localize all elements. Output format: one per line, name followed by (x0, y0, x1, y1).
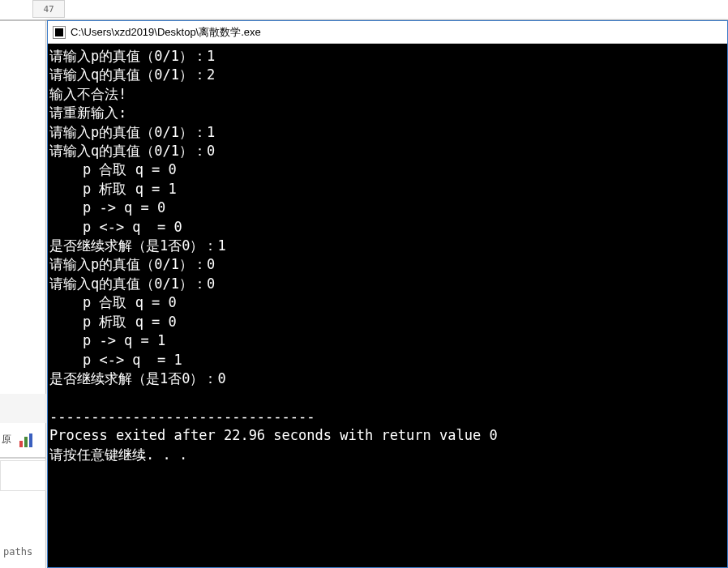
ide-sidebar-box (0, 460, 46, 491)
svg-rect-2 (29, 433, 32, 447)
ide-line-number: 47 (32, 0, 65, 18)
svg-rect-1 (24, 437, 28, 447)
window-title: C:\Users\xzd2019\Desktop\离散数学.exe (71, 25, 261, 40)
ide-sidebar-label-paths: paths (3, 546, 32, 557)
svg-rect-0 (19, 441, 23, 447)
console-window: C:\Users\xzd2019\Desktop\离散数学.exe 请输入p的真… (47, 20, 728, 568)
ide-sidebar-pane-top (0, 394, 46, 423)
ide-sidebar-label-resource: 原 (2, 433, 11, 446)
bar-chart-icon[interactable] (18, 433, 36, 451)
window-titlebar[interactable]: C:\Users\xzd2019\Desktop\离散数学.exe (48, 21, 727, 44)
ide-top-strip: 47 (0, 0, 728, 21)
app-icon (53, 26, 66, 39)
ide-left-sidebar: 原 paths (0, 21, 46, 568)
ide-sidebar-divider (0, 457, 46, 459)
console-output[interactable]: 请输入p的真值（0/1）：1 请输入q的真值（0/1）：2 输入不合法! 请重新… (48, 44, 727, 567)
